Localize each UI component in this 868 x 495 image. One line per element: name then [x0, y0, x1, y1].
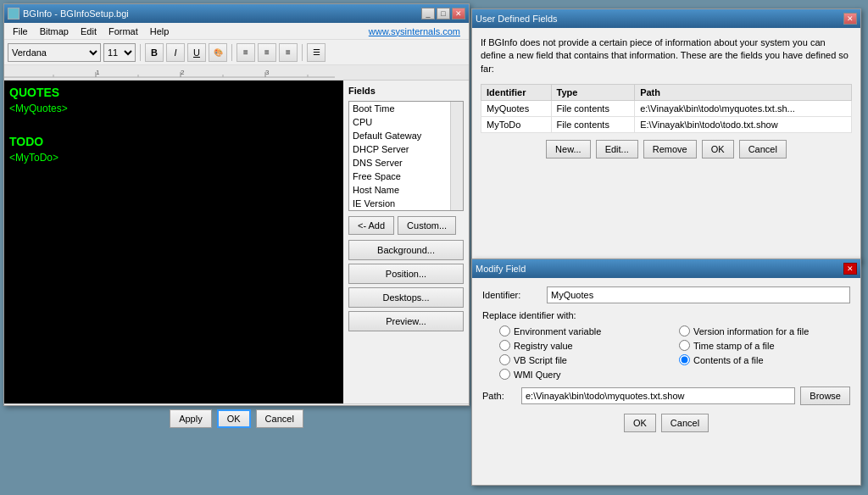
- preview-button[interactable]: Preview...: [348, 311, 464, 331]
- path-label: Path:: [482, 391, 516, 401]
- font-size-select[interactable]: 11: [103, 43, 136, 62]
- sysinternals-link[interactable]: www.sysinternals.com: [369, 26, 465, 36]
- font-select[interactable]: Verdana: [8, 43, 101, 62]
- radio-env: Environment variable: [499, 325, 670, 336]
- main-window: BGInfo - BGInfoSetup.bgi _ □ ✕ File Bitm…: [3, 3, 470, 406]
- udf-title-bar: User Defined Fields ✕: [472, 9, 860, 28]
- row1-identifier: MyQuotes: [481, 101, 552, 117]
- field-free-space[interactable]: Free Space: [349, 170, 450, 183]
- udf-new-button[interactable]: New...: [546, 140, 591, 159]
- toolbar-separator-2: [231, 44, 232, 61]
- mf-window-title: Modify Field: [476, 264, 526, 274]
- menu-edit[interactable]: Edit: [75, 25, 102, 38]
- close-button[interactable]: ✕: [452, 8, 465, 19]
- mf-cancel-button[interactable]: Cancel: [661, 414, 709, 432]
- radio-reg-input[interactable]: [499, 340, 510, 351]
- toolbar-separator-3: [302, 44, 303, 61]
- italic-button[interactable]: I: [166, 43, 185, 62]
- minimize-button[interactable]: _: [421, 8, 435, 19]
- col-path: Path: [635, 85, 852, 101]
- editor-panel[interactable]: QUOTES <MyQuotes> TODO <MyToDo>: [4, 81, 343, 403]
- radio-env-label: Environment variable: [514, 326, 601, 336]
- radio-file-input[interactable]: [679, 354, 690, 365]
- row1-path: e:\Vinayak\bin\todo\myquotes.txt.sh...: [635, 101, 852, 117]
- app-icon: [8, 8, 19, 19]
- udf-close-button[interactable]: ✕: [843, 13, 857, 25]
- cancel-button[interactable]: Cancel: [256, 409, 303, 428]
- quotes-heading: QUOTES: [9, 86, 338, 99]
- align-left-button[interactable]: ≡: [236, 43, 255, 62]
- field-host-name[interactable]: Host Name: [349, 183, 450, 197]
- menu-help[interactable]: Help: [145, 25, 175, 38]
- mf-close-button[interactable]: ✕: [843, 263, 857, 275]
- custom-button[interactable]: Custom...: [398, 216, 456, 235]
- udf-edit-button[interactable]: Edit...: [596, 140, 638, 159]
- radio-wmi-label: WMI Query: [514, 370, 561, 380]
- toolbar: Verdana 11 B I U 🎨 ≡ ≡ ≡ ☰: [4, 40, 469, 65]
- ok-button[interactable]: OK: [217, 409, 251, 428]
- replace-label: Replace identifier with:: [482, 310, 850, 320]
- identifier-input[interactable]: [547, 286, 850, 303]
- content-area: QUOTES <MyQuotes> TODO <MyToDo> Fields B…: [4, 81, 469, 403]
- mytodo-var: <MyToDo>: [9, 152, 338, 164]
- field-dhcp-server[interactable]: DHCP Server: [349, 142, 450, 156]
- row1-type: File contents: [551, 101, 635, 117]
- align-right-button[interactable]: ≡: [279, 43, 298, 62]
- fields-list-container: Boot Time CPU Default Gateway DHCP Serve…: [348, 101, 464, 211]
- menu-file[interactable]: File: [8, 25, 33, 38]
- radio-file: Contents of a file: [679, 354, 850, 365]
- radio-env-input[interactable]: [499, 325, 510, 336]
- modify-field-window: Modify Field ✕ Identifier: Replace ident…: [471, 259, 861, 486]
- udf-cancel-button[interactable]: Cancel: [739, 140, 787, 159]
- path-row: Path: Browse: [482, 387, 850, 405]
- udf-ok-button[interactable]: OK: [702, 140, 734, 159]
- align-center-button[interactable]: ≡: [258, 43, 276, 62]
- radio-ver-input[interactable]: [679, 325, 690, 336]
- radio-ver: Version information for a file: [679, 325, 850, 336]
- browse-button[interactable]: Browse: [800, 387, 850, 405]
- col-identifier: Identifier: [481, 85, 552, 101]
- radio-vbs: VB Script file: [499, 354, 670, 365]
- radio-ts-label: Time stamp of a file: [693, 341, 775, 351]
- radio-file-label: Contents of a file: [693, 355, 764, 365]
- field-boot-time[interactable]: Boot Time: [349, 102, 450, 115]
- udf-remove-button[interactable]: Remove: [643, 140, 697, 159]
- fields-list[interactable]: Boot Time CPU Default Gateway DHCP Serve…: [349, 102, 450, 210]
- menu-format[interactable]: Format: [103, 25, 143, 38]
- menu-bitmap[interactable]: Bitmap: [35, 25, 74, 38]
- desktops-button[interactable]: Desktops...: [348, 287, 464, 308]
- position-button[interactable]: Position...: [348, 264, 464, 284]
- underline-button[interactable]: U: [187, 43, 206, 62]
- mf-title-bar: Modify Field ✕: [472, 259, 860, 278]
- list-button[interactable]: ☰: [307, 43, 326, 62]
- udf-content: If BGInfo does not provide a certain pie…: [472, 28, 860, 167]
- mf-ok-button[interactable]: OK: [624, 414, 656, 432]
- field-ie-version[interactable]: IE Version: [349, 197, 450, 210]
- apply-button[interactable]: Apply: [170, 409, 212, 428]
- table-row[interactable]: MyQuotes File contents e:\Vinayak\bin\to…: [481, 101, 852, 117]
- field-cpu[interactable]: CPU: [349, 115, 450, 129]
- add-button[interactable]: <- Add: [348, 216, 394, 235]
- radio-vbs-label: VB Script file: [514, 355, 567, 365]
- fields-scrollbar[interactable]: [450, 102, 463, 210]
- table-row[interactable]: MyToDo File contents E:\Vinayak\bin\todo…: [481, 117, 852, 133]
- radio-options: Environment variable Version information…: [482, 325, 850, 380]
- bold-button[interactable]: B: [145, 43, 164, 62]
- fields-panel: Fields Boot Time CPU Default Gateway DHC…: [343, 81, 469, 403]
- radio-wmi-input[interactable]: [499, 369, 510, 380]
- radio-ts-input[interactable]: [679, 340, 690, 351]
- row2-identifier: MyToDo: [481, 117, 552, 133]
- row2-type: File contents: [551, 117, 635, 133]
- bottom-buttons: Apply OK Cancel: [4, 403, 469, 432]
- ruler: 1 2 3: [4, 65, 469, 81]
- path-input[interactable]: [521, 387, 795, 404]
- col-type: Type: [551, 85, 635, 101]
- radio-wmi: WMI Query: [499, 369, 670, 380]
- udf-window-title: User Defined Fields: [476, 14, 558, 24]
- background-button[interactable]: Background...: [348, 240, 464, 260]
- field-default-gateway[interactable]: Default Gateway: [349, 129, 450, 142]
- field-dns-server[interactable]: DNS Server: [349, 156, 450, 170]
- radio-vbs-input[interactable]: [499, 354, 510, 365]
- color-button[interactable]: 🎨: [209, 43, 227, 62]
- maximize-button[interactable]: □: [437, 8, 450, 19]
